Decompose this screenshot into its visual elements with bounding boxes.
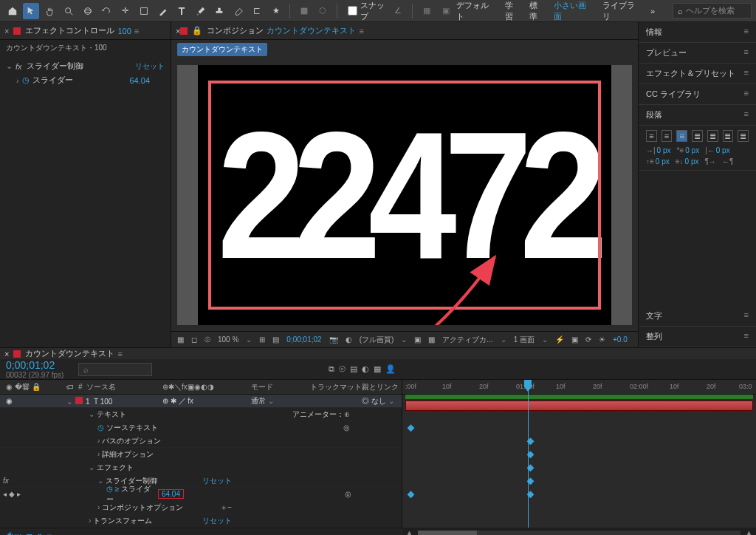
region-icon[interactable]: ▣ <box>414 335 421 344</box>
timecode-display[interactable]: 0;00;01;02 <box>286 335 321 344</box>
camera-dropdown[interactable]: アクティブカ... <box>442 335 492 345</box>
keyframe-icon[interactable] <box>408 424 415 432</box>
lock-icon[interactable]: 🔒 <box>192 26 202 35</box>
timeline-graph[interactable]: :00f 10f 20f 01:00f 10f 20f 02:00f 10f 2… <box>402 380 756 528</box>
hand-tool-icon[interactable] <box>42 3 58 19</box>
pen-tool-icon[interactable] <box>155 3 171 19</box>
justify-last-left-icon[interactable]: ≣ <box>692 130 703 142</box>
justify-last-center-icon[interactable]: ≣ <box>707 130 718 142</box>
prop-effects[interactable]: ⌄ エフェクト <box>0 461 402 474</box>
ws-standard[interactable]: 標準 <box>529 0 545 22</box>
mask-toggle-icon[interactable]: ◻ <box>191 335 197 344</box>
space-before[interactable]: ↑≡0 px <box>646 157 670 166</box>
comp-breadcrumb[interactable]: カウントダウンテキスト <box>177 43 267 56</box>
property-row[interactable]: › ◷ スライダー 64.04 <box>6 73 165 87</box>
ws-small[interactable]: 小さい画面 <box>554 0 593 22</box>
layer-duration-bar[interactable] <box>405 401 753 411</box>
eraser-tool-icon[interactable] <box>230 3 246 19</box>
roto-tool-icon[interactable] <box>249 3 264 19</box>
prop-text[interactable]: ⌄ テキストアニメーター：⊕ <box>0 408 402 421</box>
indent-first[interactable]: *≡0 px <box>677 146 700 154</box>
align-left-icon[interactable]: ≡ <box>646 130 657 142</box>
stroke-icon[interactable]: ▣ <box>438 3 453 19</box>
tab-menu-icon[interactable]: ≡ <box>134 27 139 35</box>
layer-row[interactable]: ◉ ⌄1 T 100 ⊕ ✱ ／ fx 通常 ⌄ ◎ なし ⌄ <box>0 395 402 408</box>
puppet-tool-icon[interactable]: ★ <box>268 3 284 19</box>
snap-checkbox[interactable] <box>348 6 357 16</box>
timeline-search[interactable]: ⌕ <box>78 363 152 376</box>
shy-icon[interactable]: 👤 <box>385 364 396 374</box>
twirl-down-icon[interactable]: ⌄ <box>6 61 13 71</box>
fast-preview-icon[interactable]: ⚡ <box>555 335 564 344</box>
exposure-icon[interactable]: ☀ <box>599 335 605 344</box>
pickwhip-icon[interactable]: ◎ <box>343 423 350 432</box>
toggle-in-out-icon[interactable]: {} <box>37 533 42 536</box>
brush-tool-icon[interactable] <box>193 3 208 19</box>
reset-link[interactable]: リセット <box>135 61 165 72</box>
rotate-tool-icon[interactable] <box>98 3 114 19</box>
zoom-tool-icon[interactable] <box>61 3 76 19</box>
guides-icon[interactable]: ▦ <box>428 335 435 344</box>
rect-tool-icon[interactable] <box>136 3 151 19</box>
effect-row[interactable]: ⌄ fx スライダー制御 リセット <box>6 59 165 73</box>
stopwatch-icon[interactable]: ◷ <box>22 75 30 85</box>
toggle-switches-icon[interactable]: �⬚ <box>6 532 21 535</box>
comp-flowchart-icon[interactable]: ⧉ <box>329 364 334 374</box>
panel-cc-libraries[interactable]: CC ライブラリ≡ <box>639 84 756 105</box>
zoom-level[interactable]: 100 % <box>218 335 238 344</box>
toggle-modes-icon[interactable]: ⊞ <box>26 532 32 535</box>
ws-library[interactable]: ライブラリ <box>602 0 642 22</box>
render-icon[interactable]: ⟳ <box>585 335 591 344</box>
justify-last-right-icon[interactable]: ≣ <box>723 130 734 142</box>
prop-source-text[interactable]: ◷ ソーステキスト◎ <box>0 421 402 435</box>
tab-menu-icon[interactable]: ≡ <box>117 350 122 358</box>
home-icon[interactable] <box>4 3 20 19</box>
space-after[interactable]: ≡↓0 px <box>676 157 699 166</box>
views-dropdown[interactable]: 1 画面 <box>514 335 535 345</box>
ws-learn[interactable]: 学習 <box>505 0 520 22</box>
snapshot-icon[interactable]: 📷 <box>329 335 338 344</box>
exposure-value[interactable]: +0.0 <box>613 335 628 344</box>
orbit-tool-icon[interactable] <box>80 3 95 19</box>
ec-tab-label[interactable]: エフェクトコントロール <box>25 25 114 36</box>
prop-path-options[interactable]: › パスのオプション <box>0 435 402 448</box>
timeline-zoom-slider[interactable]: ▲ ▲ <box>402 528 756 535</box>
direction-rtl-icon[interactable]: ←¶ <box>722 157 733 166</box>
channel-icon[interactable]: ◐ <box>346 335 352 344</box>
tab-menu-icon[interactable]: ≡ <box>359 27 363 35</box>
pickwhip-icon[interactable]: ◎ <box>362 397 369 405</box>
3d-view-icon[interactable]: ⦾ <box>205 335 210 344</box>
draft3d-icon[interactable]: ⦾ <box>339 364 346 374</box>
reset-link[interactable]: リセット <box>202 517 232 525</box>
ws-more-icon[interactable]: » <box>650 7 655 16</box>
prop-slider[interactable]: ◂ ◆ ▸◷ ≥ スライダー64.04◎ <box>0 488 402 501</box>
pickwhip-icon[interactable]: ◎ <box>345 490 351 498</box>
prop-more-options[interactable]: › 詳細オプション <box>0 448 402 461</box>
panel-info[interactable]: 情報≡ <box>639 22 756 43</box>
twirl-right-icon[interactable]: › <box>16 76 19 85</box>
prop-transform[interactable]: › トランスフォームリセット <box>0 514 402 528</box>
slider-value-box[interactable]: 64.04 <box>158 489 184 499</box>
transparency-icon[interactable]: ▤ <box>272 335 279 344</box>
prop-slider-control[interactable]: fx⌄ スライダー制御リセット <box>0 474 402 488</box>
panel-paragraph-header[interactable]: 段落≡ <box>639 105 756 126</box>
mask-mode-icon[interactable] <box>296 3 312 19</box>
indent-left[interactable]: →|0 px <box>646 146 671 154</box>
work-area-bar[interactable] <box>405 395 753 399</box>
panel-effects-presets[interactable]: エフェクト＆プリセット≡ <box>639 64 756 84</box>
viewer-canvas[interactable]: 22472 <box>177 65 632 325</box>
grid-icon[interactable]: ▦ <box>177 335 184 344</box>
ws-default[interactable]: デフォルト <box>456 0 495 22</box>
snap-toggle[interactable]: スナップ ∠ <box>343 0 406 22</box>
resolution-icon[interactable]: ⊞ <box>259 335 265 344</box>
fill-icon[interactable]: ▦ <box>419 3 434 19</box>
toggle-alpha-icon[interactable]: ▣ <box>571 335 578 344</box>
graph-editor-icon[interactable]: ▦ <box>374 364 381 374</box>
reset-link[interactable]: リセット <box>202 477 232 485</box>
anchor-tool-icon[interactable]: ✛ <box>117 3 133 19</box>
panel-align[interactable]: 整列≡ <box>639 327 756 347</box>
render-time-icon[interactable]: ⧗ <box>47 532 52 535</box>
panel-menu-icon[interactable]: ≡ <box>744 27 749 35</box>
timeline-tab[interactable]: カウントダウンテキスト <box>25 348 114 359</box>
motion-blur-icon[interactable]: ◐ <box>362 364 369 374</box>
